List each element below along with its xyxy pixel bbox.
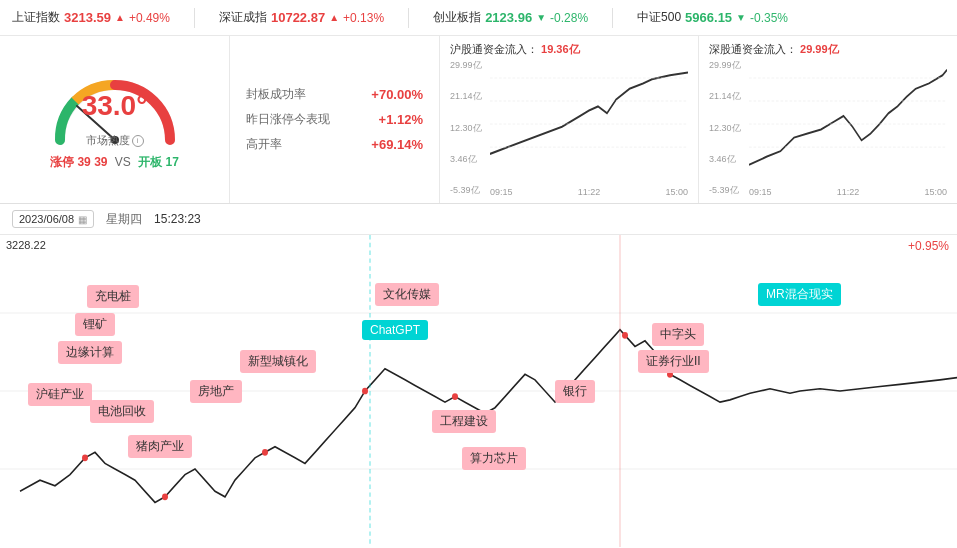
flow-chart-2-title: 深股通资金流入： 29.99亿 — [709, 42, 947, 57]
flow-chart-1-title: 沪股通资金流入： 19.36亿 — [450, 42, 688, 57]
stat-label-2: 高开率 — [246, 136, 282, 153]
sector-yinhang[interactable]: 银行 — [555, 380, 595, 403]
flow-chart-1-value: 19.36亿 — [541, 43, 580, 55]
ticker-cyb-change: -0.28% — [550, 11, 588, 25]
stat-value-1: +1.12% — [379, 112, 423, 127]
sector-likuang[interactable]: 锂矿 — [75, 313, 115, 336]
datetime-bar: 2023/06/08 ▦ 星期四 15:23:23 — [0, 204, 957, 235]
sector-zhenquanhangye[interactable]: 证券行业II — [638, 350, 709, 373]
flow-chart-1-xlabels: 09:15 11:22 15:00 — [490, 187, 688, 197]
sector-suanlixinpian[interactable]: 算力芯片 — [462, 447, 526, 470]
ticker-cyb[interactable]: 创业板指 2123.96 ▼ -0.28% — [433, 9, 588, 26]
divider-1 — [194, 8, 195, 28]
date-picker[interactable]: 2023/06/08 ▦ — [12, 210, 94, 228]
sector-mrhunhexianshi[interactable]: MR混合现实 — [758, 283, 841, 306]
ticker-shindex[interactable]: 上证指数 3213.59 ▲ +0.49% — [12, 9, 170, 26]
ticker-szindex-arrow: ▲ — [329, 12, 339, 23]
svg-point-14 — [162, 494, 168, 501]
ticker-cyb-value: 2123.96 — [485, 10, 532, 25]
sector-dianchihui[interactable]: 电池回收 — [90, 400, 154, 423]
limit-stats: 涨停 39 39 VS 开板 17 — [50, 154, 179, 171]
sector-xinxingchengzhenhua[interactable]: 新型城镇化 — [240, 350, 316, 373]
divider-2 — [408, 8, 409, 28]
ticker-szindex-value: 10722.87 — [271, 10, 325, 25]
ticker-zz500-label: 中证500 — [637, 9, 681, 26]
stat-row-1: 昨日涨停今表现 +1.12% — [246, 111, 423, 128]
calendar-icon: ▦ — [78, 214, 87, 225]
flow-chart-2: 深股通资金流入： 29.99亿 29.99亿 21.14亿 12.30亿 3.4… — [699, 36, 957, 203]
limit-up-label: 涨停 — [50, 155, 74, 169]
flow-chart-2-xlabels: 09:15 11:22 15:00 — [749, 187, 947, 197]
weekday: 星期四 — [106, 211, 142, 228]
limit-down-value: 17 — [166, 155, 179, 169]
sector-fangdichan[interactable]: 房地产 — [190, 380, 242, 403]
main-chart: 3228.22 +0.95% 充电桩 锂矿 边缘计算 沪硅产 — [0, 235, 957, 547]
ticker-zz500-change: -0.35% — [750, 11, 788, 25]
main-content: 33.0° 市场热度 i 涨停 39 39 VS 开板 17 封板成功率 +70… — [0, 36, 957, 204]
ticker-cyb-arrow: ▼ — [536, 12, 546, 23]
ticker-shindex-label: 上证指数 — [12, 9, 60, 26]
ticker-shindex-value: 3213.59 — [64, 10, 111, 25]
ticker-szindex-change: +0.13% — [343, 11, 384, 25]
date-value: 2023/06/08 — [19, 213, 74, 225]
gauge-info-icon[interactable]: i — [132, 135, 144, 147]
stats-section: 封板成功率 +70.00% 昨日涨停今表现 +1.12% 高开率 +69.14% — [230, 36, 440, 203]
sector-bianyuanjisuan[interactable]: 边缘计算 — [58, 341, 122, 364]
ticker-szindex-label: 深证成指 — [219, 9, 267, 26]
ticker-zz500-value: 5966.15 — [685, 10, 732, 25]
time-display: 15:23:23 — [154, 212, 201, 226]
line-chart-svg — [0, 235, 957, 547]
flow-chart-1-canvas — [490, 59, 688, 181]
ticker-shindex-change: +0.49% — [129, 11, 170, 25]
flow-chart-1-area: 29.99亿 21.14亿 12.30亿 3.46亿 -5.39亿 09:15 … — [450, 59, 688, 197]
gauge-label: 市场热度 i — [86, 133, 144, 148]
gauge-value: 33.0° — [82, 90, 148, 122]
flow-chart-2-canvas — [749, 59, 947, 181]
stat-row-0: 封板成功率 +70.00% — [246, 86, 423, 103]
svg-point-16 — [362, 388, 368, 395]
ticker-zz500[interactable]: 中证500 5966.15 ▼ -0.35% — [637, 9, 788, 26]
ticker-zz500-arrow: ▼ — [736, 12, 746, 23]
svg-point-19 — [622, 332, 628, 339]
ticker-cyb-label: 创业板指 — [433, 9, 481, 26]
stat-row-2: 高开率 +69.14% — [246, 136, 423, 153]
sector-wenhuachuanmei[interactable]: 文化传媒 — [375, 283, 439, 306]
divider-3 — [612, 8, 613, 28]
stat-label-0: 封板成功率 — [246, 86, 306, 103]
ticker-shindex-arrow: ▲ — [115, 12, 125, 23]
flow-chart-2-value: 29.99亿 — [800, 43, 839, 55]
gauge-container: 33.0° 市场热度 i — [45, 68, 185, 148]
flow-chart-1: 沪股通资金流入： 19.36亿 29.99亿 21.14亿 12.30亿 3.4… — [440, 36, 699, 203]
sector-chongdianzhuang[interactable]: 充电桩 — [87, 285, 139, 308]
sector-chatgpt[interactable]: ChatGPT — [362, 320, 428, 340]
limit-up-value: 39 — [77, 155, 90, 169]
sector-zhurouchanye[interactable]: 猪肉产业 — [128, 435, 192, 458]
svg-point-13 — [82, 455, 88, 462]
sector-gongjianshejian[interactable]: 工程建设 — [432, 410, 496, 433]
stat-label-1: 昨日涨停今表现 — [246, 111, 330, 128]
ticker-bar: 上证指数 3213.59 ▲ +0.49% 深证成指 10722.87 ▲ +0… — [0, 0, 957, 36]
flow-chart-2-ylabels: 29.99亿 21.14亿 12.30亿 3.46亿 -5.39亿 — [709, 59, 741, 197]
bottom-section: 2023/06/08 ▦ 星期四 15:23:23 3228.22 +0.95% — [0, 204, 957, 548]
limit-up-val: 39 — [94, 155, 107, 169]
gauge-section: 33.0° 市场热度 i 涨停 39 39 VS 开板 17 — [0, 36, 230, 203]
sector-zhuangjuantou[interactable]: 中字头 — [652, 323, 704, 346]
stat-value-0: +70.00% — [371, 87, 423, 102]
sector-hushichanye[interactable]: 沪硅产业 — [28, 383, 92, 406]
ticker-szindex[interactable]: 深证成指 10722.87 ▲ +0.13% — [219, 9, 384, 26]
limit-down-label: 开板 — [138, 155, 162, 169]
vs-label: VS — [115, 155, 131, 169]
svg-point-15 — [262, 449, 268, 456]
flow-chart-1-ylabels: 29.99亿 21.14亿 12.30亿 3.46亿 -5.39亿 — [450, 59, 482, 197]
svg-point-17 — [452, 393, 458, 400]
stat-value-2: +69.14% — [371, 137, 423, 152]
flow-chart-2-area: 29.99亿 21.14亿 12.30亿 3.46亿 -5.39亿 09:15 … — [709, 59, 947, 197]
